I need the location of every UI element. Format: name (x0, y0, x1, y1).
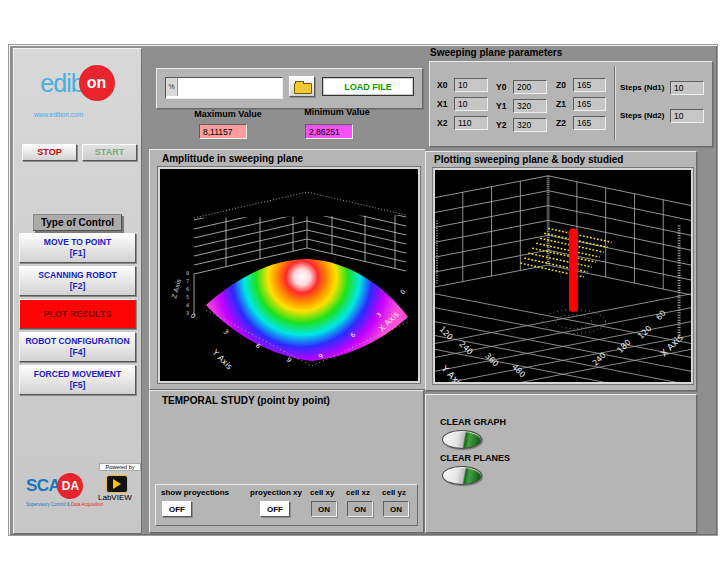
param-input-y0[interactable]: 200 (513, 80, 547, 94)
plane-plot-canvas[interactable]: 120 240 360 480 Y Axis 60 120 180 240 X … (435, 170, 691, 382)
scada-logo-circle: DA (57, 473, 83, 499)
param-label-y1: Y1 (496, 101, 506, 111)
param-label-x1: X1 (437, 99, 447, 109)
maximum-value-indicator: 8,11157 (199, 124, 247, 139)
plot-results-button[interactable]: PLOT RESULTS (19, 299, 136, 329)
labview-icon (106, 475, 128, 493)
powered-by-label: Powered by (99, 463, 141, 471)
temporal-study-title: TEMPORAL STUDY (point by point) (162, 395, 330, 406)
minimum-value-indicator: 2,86251 (305, 124, 353, 139)
clear-buttons-panel: CLEAR GRAPH CLEAR PLANES (425, 394, 697, 533)
param-label-z2: Z2 (556, 118, 566, 128)
cell-xy-toggle[interactable]: ON (311, 501, 337, 517)
svg-text:4: 4 (186, 302, 189, 308)
svg-text:3: 3 (186, 310, 189, 316)
param-input-x0[interactable]: 10 (454, 78, 488, 92)
scanning-robot-button[interactable]: SCANNING ROBOT [F2] (19, 266, 136, 296)
browse-folder-button[interactable] (289, 76, 315, 97)
cell-xz-label: cell xz (346, 488, 370, 497)
cell-yz-toggle[interactable]: ON (383, 501, 409, 517)
toggle-strip: show proyections OFF proyection xy OFF c… (155, 484, 418, 526)
load-file-button[interactable]: LOAD FILE (322, 77, 414, 96)
proyection-xy-toggle[interactable]: OFF (260, 501, 290, 517)
sweeping-params-panel: X0 10 X1 10 X2 110 Y0 200 Y1 320 Y2 320 … (429, 61, 713, 147)
temporal-study-panel: TEMPORAL STUDY (point by point) show pro… (149, 390, 424, 533)
plane-plot-title: Plotting sweeping plane & body studied (434, 154, 623, 165)
svg-text:7: 7 (186, 278, 189, 284)
steps-nd1-input[interactable]: 10 (670, 81, 704, 95)
file-path-input[interactable]: % (165, 77, 283, 99)
svg-text:6: 6 (186, 286, 189, 292)
start-button[interactable]: START (82, 144, 137, 161)
param-input-y1[interactable]: 320 (513, 99, 547, 113)
main-window: edibon www.edibon.com STOP START Type of… (8, 44, 718, 536)
param-input-z1[interactable]: 165 (573, 97, 606, 111)
plane-plot-frame: 120 240 360 480 Y Axis 60 120 180 240 X … (433, 168, 693, 384)
cell-yz-label: cell yz (382, 488, 406, 497)
scada-logo: SCADA (26, 473, 83, 501)
cell-xy-label: cell xy (310, 488, 334, 497)
clear-planes-button[interactable] (442, 466, 482, 485)
edibon-url: www.edibon.com (34, 111, 83, 118)
maximum-value-label: Maximum Value (183, 109, 273, 119)
cell-xz-toggle[interactable]: ON (347, 501, 373, 517)
scada-logo-text: SCA (26, 476, 60, 495)
body-studied-bar (568, 228, 578, 311)
param-label-z0: Z0 (556, 80, 566, 90)
param-label-y0: Y0 (496, 82, 506, 92)
plane-plot-panel: Plotting sweeping plane & body studied (425, 151, 697, 391)
params-divider (614, 66, 615, 140)
param-label-x2: X2 (437, 118, 447, 128)
robot-configuration-button[interactable]: ROBOT CONFIGURATION [F4] (19, 332, 136, 362)
clear-graph-button[interactable] (442, 430, 482, 449)
amplitude-plot-canvas[interactable]: 8 7 6 5 4 3 Z Axis 0 3 6 9 Y Axis 0 3 (160, 169, 418, 381)
edibon-logo-text: edib (40, 69, 83, 97)
steps-nd1-label: Steps (Nd1) (620, 83, 664, 92)
steps-nd2-label: Steps (Nd2) (620, 111, 664, 120)
edibon-logo: edibon (14, 65, 141, 101)
scada-tagline: Supervisory Control & Data Acquisition (26, 502, 103, 507)
param-label-y2: Y2 (496, 120, 506, 130)
edibon-logo-circle: on (79, 65, 115, 101)
clear-graph-label: CLEAR GRAPH (440, 417, 506, 427)
param-input-x2[interactable]: 110 (454, 116, 488, 130)
param-input-z0[interactable]: 165 (573, 78, 606, 92)
show-proyections-label: show proyections (161, 488, 229, 497)
param-input-y2[interactable]: 320 (513, 118, 547, 132)
file-loader-panel: % LOAD FILE (156, 68, 423, 109)
param-input-x1[interactable]: 10 (454, 97, 488, 111)
minimum-value-label: Minimum Value (292, 107, 382, 117)
param-label-x0: X0 (437, 80, 447, 90)
param-input-z2[interactable]: 165 (573, 116, 606, 130)
type-of-control-label: Type of Control (14, 212, 141, 231)
amplitude-plot-panel: Amplittude in sweeping plane (149, 149, 426, 390)
svg-text:8: 8 (186, 270, 189, 276)
stop-button[interactable]: STOP (22, 144, 77, 161)
proyection-xy-label: proyection xy (250, 488, 302, 497)
show-proyections-toggle[interactable]: OFF (162, 501, 192, 517)
clear-planes-label: CLEAR PLANES (440, 453, 510, 463)
amplitude-plot-title: Amplittude in sweeping plane (162, 153, 303, 164)
move-to-point-button[interactable]: MOVE TO POINT [F1] (19, 233, 136, 263)
forced-movement-button[interactable]: FORCED MOVEMENT [F5] (19, 365, 136, 395)
path-type-glyph: % (166, 78, 178, 96)
folder-icon (294, 83, 312, 94)
labview-label: LabVIEW (98, 493, 132, 502)
svg-text:5: 5 (186, 294, 189, 300)
sweeping-params-title: Sweeping plane parameters (430, 47, 562, 58)
steps-nd2-input[interactable]: 10 (670, 109, 704, 123)
param-label-z1: Z1 (556, 99, 566, 109)
amplitude-plot-frame: 8 7 6 5 4 3 Z Axis 0 3 6 9 Y Axis 0 3 (158, 167, 420, 383)
sidebar: edibon www.edibon.com STOP START Type of… (13, 48, 142, 534)
